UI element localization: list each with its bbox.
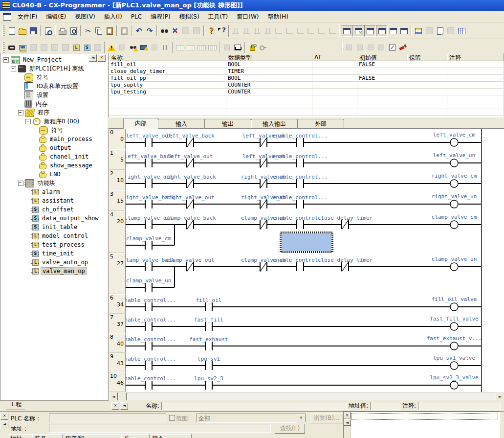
- watch-collapse-button[interactable]: ◄: [344, 419, 351, 426]
- tab-输入[interactable]: 输入: [158, 119, 205, 128]
- find-report-icon[interactable]: [128, 42, 138, 53]
- delete-rung-icon[interactable]: [306, 25, 316, 36]
- table-cell[interactable]: [447, 75, 504, 82]
- rung-margin[interactable]: 00: [109, 129, 126, 149]
- table-cell[interactable]: FALSE: [357, 75, 407, 82]
- find-panel-close-button[interactable]: ×: [0, 413, 8, 420]
- tree-item--[interactable]: 内存: [0, 99, 107, 108]
- toggle-output-window-icon[interactable]: [352, 25, 364, 37]
- table-cell[interactable]: [447, 89, 504, 95]
- pause-icon[interactable]: [160, 42, 171, 53]
- contact-fill_oil[interactable]: fill_oil: [196, 297, 222, 311]
- rung-margin[interactable]: 1046: [109, 372, 126, 392]
- tree-item-alarm[interactable]: alarm: [0, 187, 107, 196]
- table-cell[interactable]: [357, 102, 407, 109]
- contact-clamp_valve_un[interactable]: clamp_valve_un: [126, 277, 172, 292]
- print-icon[interactable]: [57, 25, 68, 36]
- menu-item[interactable]: 编辑(E): [42, 11, 70, 23]
- change-all-icon[interactable]: [180, 25, 191, 36]
- ladder-rung-3[interactable]: 315right_valve_backright_valve_outright_…: [109, 190, 504, 211]
- io-comment-view-icon[interactable]: [424, 25, 435, 36]
- table-cell[interactable]: [357, 82, 407, 89]
- expand-minus-icon[interactable]: [3, 57, 9, 63]
- message-display-icon[interactable]: [60, 42, 71, 53]
- comment-input[interactable]: [418, 402, 501, 410]
- table-cell[interactable]: [109, 95, 226, 102]
- pause-monitor-icon[interactable]: [149, 42, 160, 53]
- section-view-icon[interactable]: [435, 25, 445, 36]
- contact-clamp_valve_back[interactable]: clamp_valve_back: [164, 215, 216, 230]
- tree-item-show_message[interactable]: show_message: [0, 161, 107, 170]
- show-comment-icon[interactable]: [354, 42, 365, 53]
- table-cell[interactable]: fill_oil: [109, 61, 226, 68]
- monitor-mode-icon[interactable]: [28, 42, 39, 53]
- toggle-cross-reference-icon[interactable]: [376, 25, 388, 37]
- coil-right_valve_un[interactable]: right_valve_un: [432, 193, 477, 208]
- rung-margin[interactable]: 840: [109, 333, 126, 353]
- release-password-icon[interactable]: [258, 42, 268, 53]
- table-cell[interactable]: COUNTER: [226, 82, 312, 89]
- contact-right_valve_back[interactable]: right_valve_back: [164, 174, 216, 188]
- new-file-icon[interactable]: [6, 25, 17, 36]
- contact-enable_control...[interactable]: enable_control...: [126, 297, 176, 311]
- table-cell[interactable]: BOOL: [226, 61, 312, 68]
- tab-输出[interactable]: 输出: [204, 119, 251, 128]
- table-cell[interactable]: fill_oil_pp: [109, 75, 226, 82]
- show-address-icon[interactable]: [344, 42, 354, 53]
- table-cell[interactable]: [357, 89, 407, 95]
- copy-icon[interactable]: [93, 25, 104, 36]
- program-verify-icon[interactable]: [207, 42, 218, 53]
- toolbar-grip[interactable]: [2, 25, 5, 36]
- new-st-fb-icon[interactable]: [82, 42, 92, 53]
- address-input[interactable]: [49, 424, 271, 433]
- table-cell[interactable]: BOOL: [226, 75, 312, 82]
- monitor-view-icon[interactable]: [445, 25, 456, 36]
- rung-canvas[interactable]: enable_control...fast_exhaustfast_exhaus…: [126, 333, 504, 353]
- table-cell[interactable]: [447, 68, 504, 75]
- contact-clamp_valve_cm[interactable]: clamp_valve_cm: [126, 235, 172, 250]
- selection-cursor[interactable]: [281, 232, 332, 252]
- mdi-child-icon[interactable]: [3, 13, 11, 21]
- contact-close_delay_timer[interactable]: close_delay_timer: [318, 257, 373, 272]
- table-cell[interactable]: [312, 89, 357, 95]
- expand-minus-icon[interactable]: [25, 119, 31, 124]
- context-help-icon[interactable]: [217, 25, 227, 36]
- table-cell[interactable]: [447, 109, 504, 116]
- rung-margin[interactable]: 315: [109, 190, 126, 211]
- table-cell[interactable]: [226, 109, 312, 116]
- tree-item--[interactable]: 功能块: [0, 179, 107, 187]
- contact-left_valve_out[interactable]: left_valve_out: [168, 153, 213, 168]
- find-in-project-icon[interactable]: [43, 25, 53, 36]
- new-closed-contact-icon[interactable]: [241, 25, 252, 36]
- find-button[interactable]: 查找(F): [275, 424, 305, 434]
- tree-item-assistant[interactable]: assistant: [0, 196, 107, 205]
- table-cell[interactable]: [226, 102, 312, 109]
- watch-window[interactable]: × ◄: [343, 412, 500, 438]
- properties-window-icon[interactable]: [398, 25, 409, 36]
- rung-margin[interactable]: 420: [109, 211, 126, 253]
- panel-pin-button[interactable]: ◄: [89, 54, 97, 62]
- tree-item-main_process[interactable]: main_process: [0, 135, 107, 143]
- ladder-horizontal-scrollbar[interactable]: ◄ ►: [109, 392, 504, 401]
- tree-item-end[interactable]: END: [0, 170, 107, 179]
- rung-canvas[interactable]: enable_control...lpu_sv2_3lpu_sv2_3_valv…: [126, 372, 504, 392]
- horizontal-line-icon[interactable]: [284, 25, 295, 36]
- table-cell[interactable]: [407, 102, 447, 109]
- contact-left_valve_back[interactable]: left_valve_back: [166, 133, 215, 147]
- contact-enable_control...[interactable]: enable_control...: [273, 194, 328, 208]
- contact-fast_exhaust[interactable]: fast_exhaust: [189, 336, 228, 350]
- rung-canvas[interactable]: enable_control...fast_fillfast_fill_valv…: [126, 314, 504, 333]
- tree-item-valve_auto_op[interactable]: valve_auto_op: [0, 258, 107, 267]
- undo-icon[interactable]: [133, 25, 144, 36]
- tree-item-test_process[interactable]: test_process: [0, 240, 107, 249]
- tree-item-time_init[interactable]: time_init: [0, 249, 107, 258]
- new-closed-coil-icon[interactable]: [263, 25, 273, 36]
- rung-margin[interactable]: 634: [109, 294, 126, 314]
- ladder-rung-10[interactable]: 1046enable_control...lpu_sv2_3lpu_sv2_3_…: [109, 372, 504, 392]
- new-plc-icon[interactable]: [6, 42, 17, 53]
- menu-item[interactable]: 模拟(S): [175, 11, 204, 23]
- program-compare-icon[interactable]: [196, 42, 207, 53]
- watch-close-button[interactable]: ×: [344, 412, 351, 418]
- rung-canvas[interactable]: right_valve_outright_valve_backright_val…: [126, 170, 504, 190]
- monitor-list-icon[interactable]: [376, 42, 387, 53]
